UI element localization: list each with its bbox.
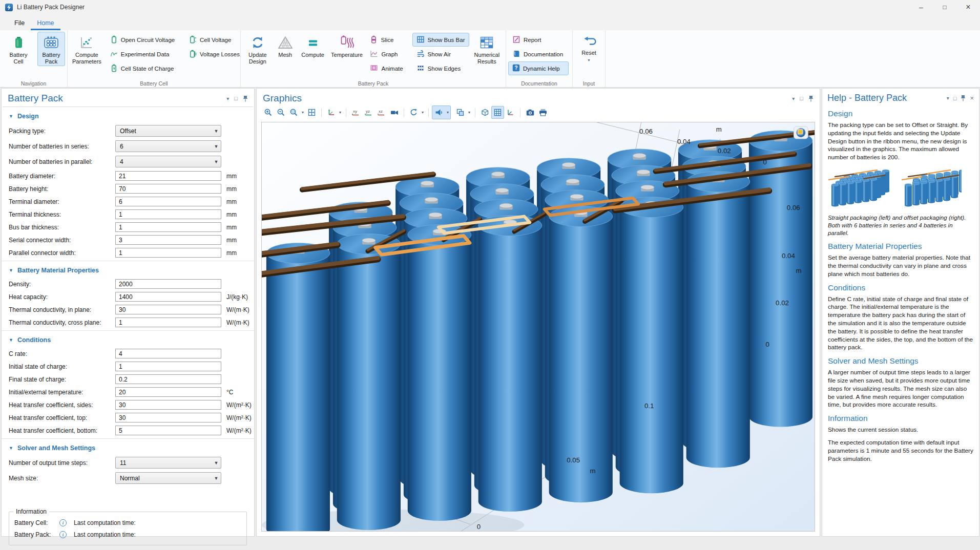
rotate-button[interactable]	[407, 106, 420, 119]
panel-menu-icon[interactable]: ▾	[792, 96, 795, 101]
mesh-button[interactable]: Mesh	[274, 32, 297, 60]
panel-pin-icon[interactable]	[808, 95, 814, 102]
batteries-in-series-select[interactable]: 6▼	[115, 140, 221, 152]
terminal-thickness-input[interactable]: 1	[115, 209, 221, 219]
graphics-canvas[interactable]: 0.060.040.020m0.060.040.020m0.10.050m	[261, 122, 815, 532]
panel-pin-icon[interactable]	[243, 95, 248, 102]
section-header-battery-material-properties[interactable]: ▼Battery Material Properties	[9, 267, 247, 274]
panel-menu-icon[interactable]: ▾	[947, 95, 949, 101]
zoom-in-button[interactable]	[262, 106, 275, 119]
update-design-button[interactable]: Update Design	[243, 32, 273, 66]
zoom-out-button[interactable]	[275, 106, 287, 119]
show-air-button[interactable]: Show Air	[412, 47, 469, 61]
minimize-button[interactable]: –	[909, 0, 933, 14]
info-icon[interactable]: i	[59, 531, 67, 538]
experimental-data-button[interactable]: Experimental Data	[106, 47, 183, 61]
mesh-size-select[interactable]: Normal▼	[115, 472, 221, 484]
graph-button[interactable]: Graph	[366, 47, 411, 61]
view-yz-button[interactable]: yz	[362, 106, 375, 119]
compute-parameters-button[interactable]: Compute Parameters	[70, 32, 104, 66]
initial-external-temperature-input[interactable]: 20	[115, 387, 221, 397]
numerical-results-icon	[479, 35, 494, 50]
view-xz-button[interactable]: xz	[375, 106, 388, 119]
battery-pack-3d-view[interactable]: 0.060.040.020m0.060.040.020m0.10.050m	[262, 122, 815, 531]
transparency-dropdown-icon[interactable]: ▾	[467, 110, 472, 115]
panel-float-icon[interactable]: □	[234, 95, 238, 101]
heat-transfer-coefficient-top-input[interactable]: 30	[115, 413, 221, 422]
serial-connector-width-input[interactable]: 3	[115, 235, 221, 245]
batteries-in-parallel-select[interactable]: 4▼	[115, 156, 221, 167]
default-view-dropdown-icon[interactable]: ▾	[338, 110, 343, 115]
info-icon[interactable]: i	[59, 519, 67, 526]
collapse-chevron-icon: ▼	[9, 268, 13, 273]
zoom-extents-button[interactable]	[305, 106, 318, 119]
cell-voltage-button[interactable]: Cell Voltage	[185, 33, 238, 47]
panel-close-icon[interactable]: ×	[970, 94, 974, 102]
panel-float-icon[interactable]: □	[800, 95, 803, 101]
form-row-heat-transfer-coefficient-bottom: Heat transfer coefficient, bottom:5W/(m²…	[9, 426, 247, 435]
parallel-connector-width-input[interactable]: 1	[115, 248, 221, 258]
battery-cell-button[interactable]: Battery Cell	[5, 32, 32, 66]
open-circuit-voltage-button[interactable]: Open Circuit Voltage	[106, 33, 183, 47]
view-xy-button[interactable]: xy	[349, 106, 362, 119]
number-of-output-time-steps-select[interactable]: 11▼	[115, 457, 221, 469]
section-header-conditions[interactable]: ▼Conditions	[9, 336, 247, 344]
section-header-solver-and-mesh-settings[interactable]: ▼Solver and Mesh Settings	[9, 445, 247, 452]
default-view-button[interactable]	[325, 106, 338, 119]
density-input[interactable]: 2000	[115, 279, 221, 289]
scene-light-button[interactable]	[432, 106, 445, 119]
heat-capacity-unit: J/(kg·K)	[221, 293, 247, 301]
show-axes-button[interactable]	[504, 106, 517, 119]
reset-dropdown-icon[interactable]: ▾	[588, 58, 590, 62]
dynamic-help-button[interactable]: ? Dynamic Help	[508, 61, 569, 75]
report-button[interactable]: Report	[508, 33, 569, 47]
zoom-box-button[interactable]	[287, 106, 300, 119]
battery-height-input[interactable]: 70	[115, 184, 221, 194]
terminal-diameter-input[interactable]: 6	[115, 197, 221, 206]
heat-capacity-input[interactable]: 1400	[115, 292, 221, 302]
cell-state-of-charge-button[interactable]: Cell State of Charge	[106, 61, 183, 75]
graphics-logo-button[interactable]	[794, 126, 808, 139]
compute-button[interactable]: Compute	[298, 32, 328, 60]
heat-capacity-value: 1400	[119, 293, 133, 301]
section-header-design[interactable]: ▼Design	[9, 113, 247, 120]
thermal-conductivity-cross-plane-input[interactable]: 1	[115, 318, 221, 327]
scene-camera-button[interactable]	[388, 106, 401, 119]
panel-float-icon[interactable]: □	[953, 95, 957, 101]
snapshot-button[interactable]	[524, 106, 536, 119]
voltage-losses-button[interactable]: Voltage Losses	[185, 47, 238, 61]
thermal-conductivity-in-plane-input[interactable]: 30	[115, 305, 221, 314]
show-grid-button[interactable]	[491, 106, 504, 119]
packing-type-select[interactable]: Offset▼	[115, 125, 221, 137]
battery-pack-button[interactable]: Battery Pack	[37, 32, 65, 66]
panel-menu-icon[interactable]: ▾	[226, 96, 229, 101]
show-bus-bar-button[interactable]: Show Bus Bar	[412, 33, 469, 47]
open-circuit-voltage-icon	[110, 35, 118, 45]
zoom-box-dropdown-icon[interactable]: ▾	[300, 110, 305, 115]
documentation-button[interactable]: Documentation	[508, 47, 569, 61]
show-edges-button[interactable]: Show Edges	[412, 61, 469, 75]
initial-state-of-charge-label: Initial state of charge:	[9, 363, 115, 370]
heat-transfer-coefficient-bottom-input[interactable]: 5	[115, 426, 221, 435]
maximize-button[interactable]: □	[933, 0, 956, 14]
slice-button[interactable]: Slice	[366, 33, 411, 47]
battery-diameter-input[interactable]: 21	[115, 171, 221, 181]
scene-light-dropdown-icon[interactable]: ▾	[445, 110, 450, 115]
initial-state-of-charge-input[interactable]: 1	[115, 362, 221, 371]
c-rate-input[interactable]: 4	[115, 349, 221, 358]
final-state-of-charge-input[interactable]: 0.2	[115, 374, 221, 384]
transparency-button[interactable]	[454, 106, 467, 119]
print-button[interactable]	[536, 106, 549, 119]
close-button[interactable]: ×	[956, 0, 980, 14]
panel-pin-icon[interactable]	[961, 95, 966, 101]
heat-transfer-coefficient-sides-input[interactable]: 30	[115, 400, 221, 410]
animate-button[interactable]: Animate	[366, 61, 411, 75]
tab-file[interactable]: File	[8, 17, 31, 30]
rotate-dropdown-icon[interactable]: ▾	[420, 110, 425, 115]
reset-button[interactable]: Reset ▾	[575, 32, 603, 64]
numerical-results-button[interactable]: Numerical Results	[470, 32, 504, 66]
bus-bar-thickness-input[interactable]: 1	[115, 222, 221, 232]
temperature-button[interactable]: Temperature	[328, 32, 365, 60]
show-box-button[interactable]	[478, 106, 491, 119]
tab-home[interactable]: Home	[31, 17, 60, 30]
